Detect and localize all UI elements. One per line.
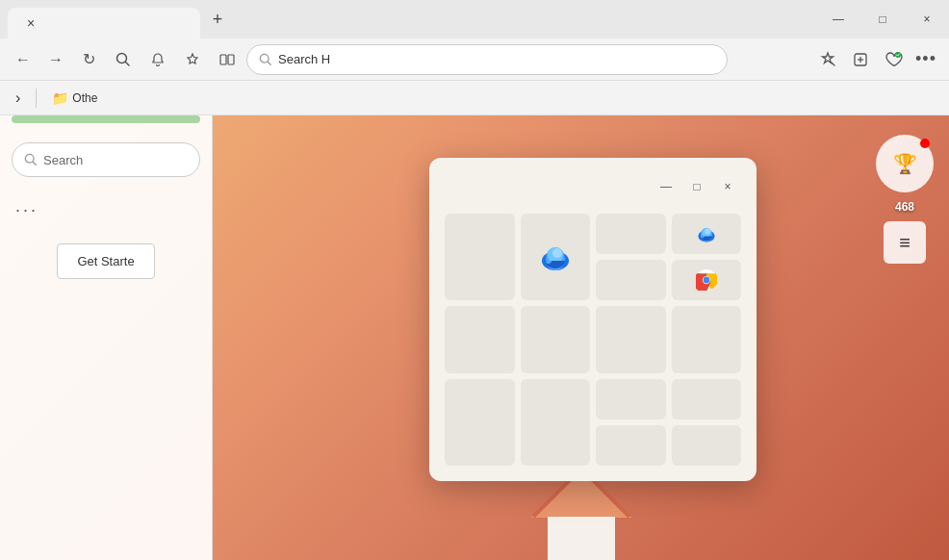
snap-cell-r2b[interactable]: [521, 306, 591, 373]
search-input[interactable]: Search: [12, 142, 200, 177]
snap-row-2: [445, 306, 741, 373]
star-menu-icon[interactable]: [812, 44, 843, 75]
more-button[interactable]: •••: [911, 44, 941, 75]
health-icon[interactable]: [878, 44, 909, 75]
maximize-button[interactable]: □: [860, 0, 905, 38]
bookmarks-bar: › 📁 Othe: [0, 81, 949, 115]
bookmark-divider: [36, 89, 37, 108]
svg-rect-16: [596, 493, 607, 517]
hamburger-icon: ≡: [899, 232, 911, 254]
snap-cell-r3b2[interactable]: [596, 425, 666, 466]
left-panel: Search ... Get Starte: [0, 115, 212, 560]
new-tab-button[interactable]: +: [204, 6, 231, 33]
snap-cell-r3b1[interactable]: [596, 379, 666, 420]
edge-small-icon: [696, 223, 717, 244]
snap-cell-a[interactable]: [445, 214, 515, 300]
three-dots-menu[interactable]: ...: [0, 189, 212, 224]
notification-icon[interactable]: [142, 44, 173, 75]
nav-icons: ← → ↻: [8, 44, 104, 75]
svg-rect-3: [228, 55, 234, 64]
toolbar: ← → ↻: [0, 38, 949, 81]
svg-line-5: [268, 62, 270, 64]
snap-maximize-button[interactable]: □: [683, 173, 710, 200]
close-button[interactable]: ×: [905, 0, 949, 38]
chrome-browser-icon: [696, 269, 717, 291]
search-icon[interactable]: [108, 44, 139, 75]
other-bookmarks[interactable]: 📁 Othe: [44, 87, 105, 110]
address-search-icon: [259, 53, 272, 66]
snap-layout-popup: — □ ×: [429, 158, 757, 481]
hamburger-button[interactable]: ≡: [884, 221, 926, 264]
notification-dot: [920, 139, 930, 148]
browser-chrome: × + — □ × ← → ↻: [0, 0, 949, 115]
window-controls: — □ ×: [816, 0, 949, 38]
snap-cell-r3a[interactable]: [445, 379, 515, 466]
get-started-button[interactable]: Get Starte: [57, 243, 154, 279]
snap-cell-r2d[interactable]: [672, 306, 742, 373]
svg-line-12: [33, 162, 36, 165]
search-text: Search: [43, 153, 83, 167]
collections-icon[interactable]: [845, 44, 876, 75]
refresh-button[interactable]: ↻: [73, 44, 104, 75]
snap-row-1: [445, 214, 741, 300]
snap-cell-b[interactable]: [521, 214, 591, 300]
bookmarks-overflow[interactable]: ›: [8, 86, 28, 111]
score-value: 468: [895, 200, 914, 214]
active-tab[interactable]: ×: [8, 8, 200, 38]
tab-bar: × + — □ ×: [0, 0, 949, 38]
snap-cell-c1[interactable]: [596, 214, 666, 254]
back-button[interactable]: ←: [8, 44, 38, 75]
snap-minimize-button[interactable]: —: [653, 173, 680, 200]
snap-row-3: [445, 379, 741, 466]
split-tab-icon[interactable]: [212, 44, 243, 75]
snap-cell-r2c[interactable]: [596, 306, 666, 373]
folder-icon: 📁: [52, 90, 68, 106]
snap-cell-r3d1[interactable]: [672, 379, 742, 420]
address-text: Search H: [278, 52, 330, 66]
svg-point-22: [552, 248, 562, 258]
search-bar-container: Search: [0, 131, 212, 189]
trophy-icon: 🏆: [893, 152, 917, 175]
other-bookmarks-label: Othe: [72, 91, 97, 105]
score-badge[interactable]: 🏆: [876, 135, 934, 192]
svg-rect-2: [220, 55, 226, 64]
forward-button[interactable]: →: [40, 44, 71, 75]
snap-popup-titlebar: — □ ×: [445, 173, 741, 200]
page-content: Search ... Get Starte 🏆 468: [0, 115, 949, 560]
snap-cell-r3d2[interactable]: [672, 425, 742, 466]
edge-browser-icon: [538, 240, 573, 274]
snap-cell-d1[interactable]: [672, 214, 742, 254]
chevron-icon: ›: [15, 89, 20, 107]
right-overlay: 🏆 468 ≡: [876, 135, 934, 264]
address-bar[interactable]: Search H: [246, 44, 728, 75]
snap-cell-c2[interactable]: [596, 260, 666, 300]
toolbar-right: •••: [812, 44, 941, 75]
green-accent-bar: [12, 115, 200, 123]
snap-close-button[interactable]: ×: [714, 173, 741, 200]
snap-cell-r3c[interactable]: [521, 379, 591, 466]
snap-cell-d2[interactable]: [672, 260, 742, 300]
svg-point-30: [703, 277, 709, 284]
svg-line-1: [126, 62, 130, 65]
svg-rect-15: [569, 533, 594, 560]
search-icon: [24, 153, 38, 166]
favorites-icon[interactable]: [177, 44, 208, 75]
tab-close-button[interactable]: ×: [17, 10, 44, 37]
snap-cell-r2a[interactable]: [445, 306, 515, 373]
svg-point-26: [705, 229, 710, 235]
minimize-button[interactable]: —: [816, 0, 860, 38]
